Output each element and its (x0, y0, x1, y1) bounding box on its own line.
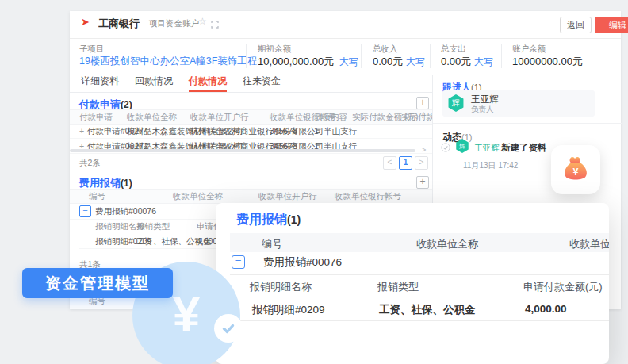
tab-funds[interactable]: 往来资金 (243, 75, 281, 92)
brand-arrow-icon: ➤ (81, 16, 90, 28)
page: ➤ 工商银行 项目资金账户 ☆ 返回 编辑 子项目 19楼西投创智中心办公室A幢… (0, 0, 628, 364)
account-subtitle: 项目资金账户 (149, 18, 199, 29)
row-expander[interactable]: + (79, 126, 84, 136)
yuan-glyph: ¥ (173, 285, 200, 342)
field-label: 总支出 (441, 44, 466, 55)
col-header: 收款单位全称 (416, 237, 478, 251)
daxie-link[interactable]: 大写 (339, 56, 358, 69)
expense-detail-link[interactable]: 报销明细#0209 (252, 303, 325, 317)
expense-row-link[interactable]: 费用报销#00076 (263, 255, 342, 270)
overlay-title: 费用报销(1) (236, 212, 301, 228)
tab-bar: 详细资料 回款情况 付款情况 往来资金 (70, 75, 432, 93)
cell-expense-amount: 4,000.00 (525, 303, 567, 315)
cell-content: 1 (314, 126, 319, 136)
pager-prev[interactable]: < (383, 156, 396, 170)
tab-receipts[interactable]: 回款情况 (135, 75, 173, 92)
magnified-expense-panel: 费用报销(1) 编号 收款单位全称 收款单位开户行 − 费用报销#00076 报… (216, 203, 609, 364)
activity-check-icon (441, 141, 450, 155)
add-expense-button[interactable]: + (416, 176, 429, 189)
col-header: 付款申请 (79, 112, 113, 123)
cell-expense-type: 工资、社保、公积金 (379, 303, 476, 317)
divider (501, 44, 502, 68)
tab-detail[interactable]: 详细资料 (81, 75, 119, 92)
scroll-up-icon[interactable]: ^ (422, 111, 425, 119)
horizontal-scrollbar[interactable] (70, 149, 415, 152)
fullscreen-icon[interactable] (211, 17, 219, 32)
module-badge: 资金管理模型 (22, 268, 173, 298)
back-button[interactable]: 返回 (560, 17, 592, 33)
follower-role: 负责人 (471, 105, 494, 115)
divider (230, 274, 609, 275)
tab-payments[interactable]: 付款情况 (189, 75, 227, 92)
subproject-link[interactable]: 19楼西投创智中心办公室A幢3F装饰工程 (79, 55, 257, 68)
payment-total: 共2条 (79, 158, 101, 169)
yuan-glyph: ¥ (573, 167, 579, 178)
subcol-header: 申请付款金额(元) (523, 280, 603, 294)
star-icon[interactable]: ☆ (198, 16, 207, 27)
field-label: 子项目 (79, 44, 105, 55)
col-header: 编号 (89, 191, 105, 202)
cell-account: 345678 (270, 126, 297, 136)
col-header: 编号 (262, 237, 282, 251)
daxie-link[interactable]: 大写 (474, 56, 493, 69)
field-label: 账户余额 (512, 44, 546, 55)
divider (433, 123, 622, 124)
activity-action: 新建了资料 (501, 142, 547, 154)
brand-title: 工商银行 (98, 17, 140, 31)
col-header: 收款单位全称 (173, 191, 223, 202)
pager-page-1[interactable]: 1 (399, 156, 412, 170)
check-badge-icon (214, 314, 243, 343)
module-badge-label: 资金管理模型 (45, 273, 150, 294)
subcol-header: 报销类型 (377, 280, 419, 294)
field-value: 10,000,000.00元 (258, 55, 334, 69)
divider (239, 320, 609, 321)
activity-actor: 王亚辉 (474, 143, 500, 154)
daxie-link[interactable]: 大写 (406, 56, 425, 69)
money-bag-card: ¥ (551, 145, 600, 194)
divider (430, 44, 431, 68)
col-header: 款项内容 (314, 112, 347, 123)
money-bag-icon: ¥ (560, 152, 592, 187)
col-header: 实际付款日期 (401, 112, 432, 123)
subcol-header: 报销明细名称 (250, 280, 312, 294)
col-header: 收款单位银行帐号 (335, 191, 401, 202)
expense-row-link[interactable]: 费用报销#00076 (95, 206, 156, 217)
subcol-header: 报销类型 (136, 221, 170, 232)
row-collapse-button[interactable]: − (79, 205, 91, 217)
add-payment-button[interactable]: + (416, 97, 429, 109)
follower-card[interactable] (442, 90, 595, 117)
col-header: 收款单位开户行 (258, 191, 317, 202)
field-label: 总收入 (373, 44, 398, 55)
field-value: 0.00元 (441, 55, 471, 69)
col-header: 收款单位全称 (127, 112, 177, 123)
field-value: 10000000.00元 (512, 55, 583, 69)
col-header: 收款单位开户行 (190, 112, 249, 123)
row-collapse-button[interactable]: − (232, 255, 245, 269)
col-header: 收款单位开户行 (569, 237, 609, 251)
edit-button[interactable]: 编辑 (595, 17, 628, 33)
field-label: 期初余额 (258, 44, 291, 55)
activity-time: 11月13日 17:42 (463, 160, 518, 171)
field-value: 0.00元 (373, 55, 403, 69)
scroll-right-icon[interactable]: > (422, 146, 426, 154)
divider (239, 297, 609, 297)
pager-next[interactable]: > (415, 156, 428, 170)
follower-name: 王亚辉 (471, 94, 499, 105)
divider (246, 44, 247, 68)
divider (361, 44, 362, 68)
